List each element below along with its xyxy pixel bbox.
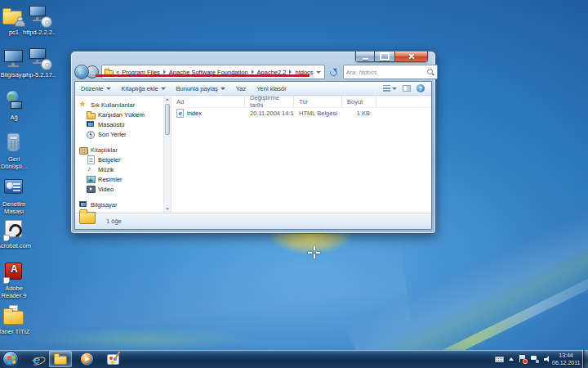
taskbar-windows-explorer-button[interactable] <box>49 351 72 367</box>
documents-folder-icon <box>1 303 27 328</box>
taskbar-clock[interactable]: 13:44 06.12.2011 <box>552 352 580 366</box>
scrollbar-thumb[interactable] <box>165 104 170 135</box>
toolbar-item-add-to-library[interactable]: Kitaplığa ekle <box>122 85 166 92</box>
search-box <box>343 65 438 79</box>
downloads-folder-icon <box>87 110 95 119</box>
desktop-icon-label: Adobe Reader 9 <box>0 285 33 299</box>
taskbar-media-player-button[interactable] <box>75 351 98 367</box>
desktop-icon-adobe-reader[interactable]: Adobe Reader 9 <box>0 260 33 299</box>
explorer-window: ← → « Program Files Apache Software Foun… <box>70 51 436 234</box>
input-device-tray-icon[interactable] <box>495 357 504 362</box>
scroll-down-arrow-icon[interactable] <box>164 205 171 213</box>
views-icon <box>383 85 390 92</box>
desktop-icon-label: Geri Dönüşü... <box>0 156 33 170</box>
sidebar-item-documents[interactable]: Belgeler <box>79 155 163 164</box>
command-toolbar: Düzenle Kitaplığa ekle Bununla paylaş Ya… <box>75 82 431 96</box>
change-view-button[interactable] <box>383 85 397 92</box>
sidebar-item-desktop[interactable]: Masaüstü <box>79 119 163 129</box>
sidebar-item-downloads[interactable]: Karşıdan Yüklem <box>79 110 163 119</box>
address-bar[interactable]: « Program Files Apache Software Foundati… <box>101 65 325 79</box>
explorer-folder-icon <box>54 354 68 365</box>
system-tray <box>495 350 552 368</box>
action-center-flag-icon[interactable] <box>519 355 526 363</box>
show-desktop-button[interactable] <box>582 350 588 368</box>
address-dropdown-button[interactable] <box>314 66 323 78</box>
show-hidden-icons-arrow-icon[interactable] <box>509 357 514 361</box>
desktop-icon-user-folder[interactable]: Taner TİTİZ <box>0 303 33 336</box>
desktop-icon-control-panel[interactable]: Denetim Masası <box>0 176 33 215</box>
column-header-modified[interactable]: Değiştirme tarihi <box>245 96 294 107</box>
windows-flag-icon <box>7 355 16 364</box>
sidebar-section-favorites[interactable]: Sık Kullanılanlar <box>79 100 163 110</box>
video-icon <box>87 185 95 193</box>
wallpaper-streak <box>29 327 257 352</box>
caption-buttons <box>355 52 428 62</box>
sidebar-item-videos[interactable]: Video <box>79 184 163 194</box>
libraries-icon <box>79 146 87 154</box>
back-button[interactable]: ← <box>74 65 89 79</box>
favorites-star-icon <box>79 101 87 109</box>
media-player-icon <box>81 353 93 366</box>
file-row-index[interactable]: index 20.11.2004 14:16 HTML Belgesi 1 KB <box>172 108 431 119</box>
sidebar-item-music[interactable]: Müzik <box>79 164 163 174</box>
mouse-cursor <box>308 246 320 258</box>
adobe-reader-shortcut-icon <box>1 260 27 285</box>
sidebar-item-pictures[interactable]: Resimler <box>79 174 163 184</box>
taskbar-internet-explorer-button[interactable]: e <box>25 351 48 367</box>
desktop-icon-label: php-5.2.17.. <box>20 72 58 79</box>
internet-explorer-icon: e <box>33 353 40 366</box>
recent-places-icon <box>87 130 95 138</box>
minimize-button[interactable] <box>355 52 375 62</box>
toolbar-item-burn[interactable]: Yaz <box>236 85 246 92</box>
paint-icon <box>107 354 119 365</box>
volume-icon[interactable] <box>544 356 552 363</box>
wallpaper-streak <box>0 234 413 368</box>
music-note-icon <box>87 165 95 173</box>
pictures-icon <box>87 175 95 183</box>
taskbar-paint-button[interactable] <box>101 351 124 367</box>
desktop-icon-label: Ağ <box>0 114 33 122</box>
desktop: pc1 httpd-2.2.2.. Bilgisayar php-5.2.17.… <box>0 0 588 368</box>
sidebar-scrollbar[interactable] <box>163 96 172 213</box>
installer-icon <box>26 47 52 71</box>
acrobat-shortcut-icon <box>1 218 27 242</box>
chevron-down-icon <box>392 88 397 90</box>
start-button[interactable] <box>2 351 19 367</box>
network-tray-icon[interactable] <box>531 356 539 363</box>
maximize-button[interactable] <box>375 52 395 62</box>
column-header-type[interactable]: Tür <box>294 96 342 107</box>
desktop-icon-acrobat-com[interactable]: Acrobat.com <box>0 218 33 250</box>
clock-time: 13:44 <box>552 352 580 359</box>
column-header-size[interactable]: Boyut <box>342 96 376 107</box>
preview-pane-button[interactable] <box>403 85 411 92</box>
desktop-icon-php-installer[interactable]: php-5.2.17.. <box>20 47 58 79</box>
desktop-icon-httpd-installer[interactable]: httpd-2.2.2.. <box>20 4 58 37</box>
item-count: 1 öğe <box>106 218 122 225</box>
desktop-icon-network[interactable]: Ağ <box>0 89 33 122</box>
toolbar-item-share-with[interactable]: Bununla paylaş <box>176 85 225 92</box>
scroll-up-arrow-icon[interactable] <box>164 96 171 103</box>
desktop-icon-label: Taner TİTİZ <box>0 329 33 336</box>
computer-icon <box>79 200 87 209</box>
desktop-icon-label: Acrobat.com <box>0 243 33 250</box>
details-pane: 1 öğe <box>75 213 431 229</box>
refresh-button[interactable] <box>327 65 340 79</box>
sidebar-section-libraries[interactable]: Kitaplıklar <box>79 145 163 155</box>
navigation-bar: ← → « Program Files Apache Software Foun… <box>74 63 432 81</box>
sidebar-section-computer[interactable]: Bilgisayar <box>79 200 163 209</box>
close-button[interactable] <box>395 52 428 62</box>
taskbar: e 13:44 06.12.2011 <box>0 350 588 368</box>
help-button[interactable]: ? <box>416 84 425 92</box>
toolbar-item-new-folder[interactable]: Yeni klasör <box>256 85 286 92</box>
sidebar-item-recent-places[interactable]: Son Yerler <box>79 129 163 139</box>
chevron-down-icon <box>161 88 166 90</box>
documents-icon <box>87 155 95 164</box>
chevron-down-icon <box>106 88 111 90</box>
file-type: HTML Belgesi <box>294 110 342 117</box>
toolbar-item-organize[interactable]: Düzenle <box>81 85 111 92</box>
desktop-icon-recycle-bin[interactable]: Geri Dönüşü... <box>0 131 33 170</box>
file-name: index <box>187 110 202 117</box>
column-header-name[interactable]: Ad <box>172 96 245 107</box>
search-input[interactable] <box>346 69 426 76</box>
control-panel-icon <box>1 176 27 200</box>
